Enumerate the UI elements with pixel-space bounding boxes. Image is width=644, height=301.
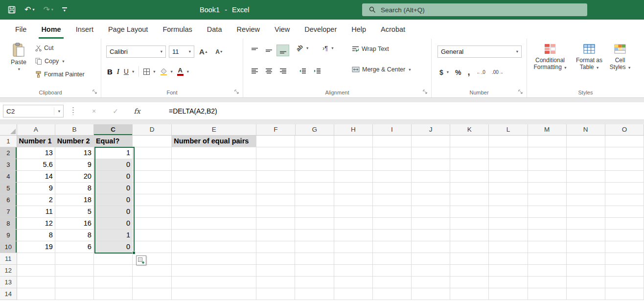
wrap-text-button[interactable]: Wrap Text (352, 46, 389, 52)
cell-E7[interactable] (172, 206, 256, 218)
cell-B12[interactable] (55, 265, 94, 277)
tab-review[interactable]: Review (229, 20, 267, 39)
cell-D1[interactable] (133, 136, 172, 147)
cell-F12[interactable] (256, 265, 295, 277)
column-header-B[interactable]: B (55, 124, 94, 136)
cut-button[interactable]: Cut (35, 45, 85, 51)
cell-L14[interactable] (489, 288, 528, 300)
column-header-M[interactable]: M (528, 124, 567, 136)
cell-G2[interactable] (295, 147, 334, 159)
cell-L1[interactable] (489, 136, 528, 147)
cell-M9[interactable] (528, 230, 567, 241)
cell-G14[interactable] (295, 288, 334, 300)
cell-O13[interactable] (605, 277, 644, 288)
cell-O4[interactable] (605, 171, 644, 183)
formula-bar-resize-handle[interactable] (72, 107, 74, 115)
cell-N3[interactable] (567, 159, 605, 171)
save-button[interactable] (8, 6, 16, 14)
cell-F8[interactable] (256, 218, 295, 230)
cell-O2[interactable] (605, 147, 644, 159)
cell-I11[interactable] (373, 253, 412, 265)
cell-A9[interactable]: 8 (17, 230, 55, 241)
decrease-indent-button[interactable] (296, 65, 309, 77)
cell-E13[interactable] (172, 277, 256, 288)
cell-K11[interactable] (450, 253, 489, 265)
cell-G7[interactable] (295, 206, 334, 218)
name-box[interactable]: C2 ▾ (3, 105, 64, 117)
cell-I7[interactable] (373, 206, 412, 218)
cell-A12[interactable] (17, 265, 55, 277)
cell-M6[interactable] (528, 194, 567, 206)
cell-J8[interactable] (412, 218, 450, 230)
cell-O14[interactable] (605, 288, 644, 300)
cell-M3[interactable] (528, 159, 567, 171)
format-as-table-button[interactable]: Format as Table ▾ (573, 43, 605, 70)
row-header-13[interactable]: 13 (0, 277, 17, 288)
cell-L10[interactable] (489, 241, 528, 253)
cell-O8[interactable] (605, 218, 644, 230)
increase-font-size-button[interactable]: A▲ (197, 46, 210, 58)
cell-C8[interactable]: 0 (94, 218, 133, 230)
select-all-corner[interactable] (0, 124, 17, 136)
cell-E14[interactable] (172, 288, 256, 300)
column-header-N[interactable]: N (567, 124, 605, 136)
cell-G5[interactable] (295, 183, 334, 194)
cell-I5[interactable] (373, 183, 412, 194)
cell-D3[interactable] (133, 159, 172, 171)
number-dialog-launcher[interactable] (518, 90, 524, 95)
cell-F9[interactable] (256, 230, 295, 241)
cell-D5[interactable] (133, 183, 172, 194)
accounting-format-button[interactable]: $ ▾ (439, 69, 449, 76)
decrease-font-size-button[interactable]: A▼ (213, 46, 226, 58)
align-middle-button[interactable] (262, 45, 275, 56)
cell-B8[interactable]: 16 (55, 218, 94, 230)
cell-O6[interactable] (605, 194, 644, 206)
copy-button[interactable]: Copy ▾ (35, 58, 85, 65)
comma-style-button[interactable]: , (468, 67, 470, 77)
cell-B4[interactable]: 20 (55, 171, 94, 183)
cell-N1[interactable] (567, 136, 605, 147)
cell-H1[interactable] (334, 136, 373, 147)
cell-F1[interactable] (256, 136, 295, 147)
conditional-formatting-button[interactable]: Conditional Formatting ▾ (530, 43, 570, 70)
cell-A3[interactable]: 5.6 (17, 159, 55, 171)
cell-M8[interactable] (528, 218, 567, 230)
cell-H13[interactable] (334, 277, 373, 288)
cell-B5[interactable]: 8 (55, 183, 94, 194)
cell-B14[interactable] (55, 288, 94, 300)
cell-O7[interactable] (605, 206, 644, 218)
column-header-D[interactable]: D (133, 124, 172, 136)
cell-M4[interactable] (528, 171, 567, 183)
cell-F6[interactable] (256, 194, 295, 206)
tab-home[interactable]: Home (34, 20, 68, 39)
row-header-10[interactable]: 10 (0, 241, 17, 253)
cell-C11[interactable] (94, 253, 133, 265)
cell-H9[interactable] (334, 230, 373, 241)
cell-H12[interactable] (334, 265, 373, 277)
font-dialog-launcher[interactable] (234, 90, 240, 95)
cell-E5[interactable] (172, 183, 256, 194)
row-header-8[interactable]: 8 (0, 218, 17, 230)
cell-D7[interactable] (133, 206, 172, 218)
cell-H6[interactable] (334, 194, 373, 206)
cell-I2[interactable] (373, 147, 412, 159)
cell-J9[interactable] (412, 230, 450, 241)
cell-L3[interactable] (489, 159, 528, 171)
cell-M14[interactable] (528, 288, 567, 300)
cell-F4[interactable] (256, 171, 295, 183)
cell-A5[interactable]: 9 (17, 183, 55, 194)
column-header-A[interactable]: A (17, 124, 55, 136)
cell-M10[interactable] (528, 241, 567, 253)
cell-O9[interactable] (605, 230, 644, 241)
cell-F10[interactable] (256, 241, 295, 253)
cell-N8[interactable] (567, 218, 605, 230)
cell-N13[interactable] (567, 277, 605, 288)
cell-K9[interactable] (450, 230, 489, 241)
cell-F5[interactable] (256, 183, 295, 194)
cell-G11[interactable] (295, 253, 334, 265)
align-bottom-button[interactable] (276, 45, 289, 56)
column-header-H[interactable]: H (334, 124, 373, 136)
cell-I14[interactable] (373, 288, 412, 300)
cell-H11[interactable] (334, 253, 373, 265)
cell-N12[interactable] (567, 265, 605, 277)
